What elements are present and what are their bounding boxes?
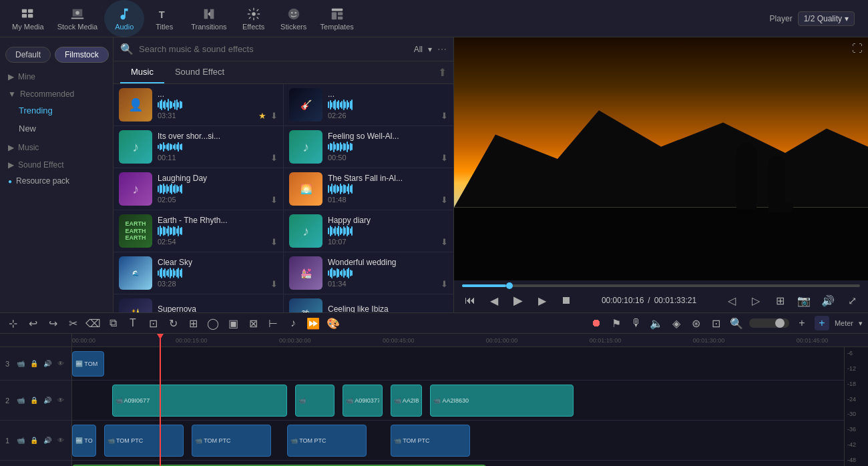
- play-btn[interactable]: ▶: [510, 292, 526, 308]
- ai-btn[interactable]: ◈: [669, 316, 684, 330]
- crop-icon[interactable]: ⊞: [772, 292, 788, 308]
- filmstock-filter-btn[interactable]: Filmstock: [55, 47, 109, 63]
- color-btn[interactable]: 🎨: [326, 316, 341, 330]
- filter-all[interactable]: All: [414, 45, 423, 54]
- track2-eye-icon[interactable]: 👁: [55, 395, 66, 406]
- frame-back-btn[interactable]: ◀: [486, 292, 502, 308]
- sidebar-item-trending[interactable]: Trending: [0, 101, 113, 120]
- download-icon[interactable]: ⬇: [441, 153, 448, 163]
- list-item[interactable]: 🌊 Clear Sky 03:28 ⬇: [114, 252, 283, 294]
- cut-btn[interactable]: ✂: [65, 316, 80, 330]
- ungroup-btn[interactable]: ⊠: [246, 316, 260, 330]
- default-filter-btn[interactable]: Default: [5, 47, 51, 63]
- zoom-in-btn[interactable]: +: [795, 316, 809, 330]
- marker-btn[interactable]: ⚑: [609, 316, 624, 330]
- stop-btn[interactable]: ⏹: [558, 292, 574, 308]
- download-icon[interactable]: ⬇: [270, 153, 278, 163]
- prev-frame-icon[interactable]: ◁: [724, 292, 740, 308]
- track1-video-icon[interactable]: 📹: [15, 435, 26, 446]
- toolbar-effects[interactable]: Effects: [234, 4, 274, 33]
- toolbar-audio[interactable]: Audio: [104, 0, 144, 37]
- sidebar-section-mine[interactable]: ▶ Mine: [0, 67, 113, 84]
- rotate-btn[interactable]: ↻: [166, 316, 180, 330]
- star-icon[interactable]: ★: [258, 111, 266, 121]
- list-item[interactable]: ✨ Supernova: [114, 294, 283, 312]
- track3-video-icon[interactable]: 📹: [15, 359, 26, 369]
- speed-btn[interactable]: ⏩: [306, 316, 320, 330]
- voice-btn[interactable]: 🔈: [649, 316, 664, 330]
- screenshot-icon[interactable]: 📷: [796, 292, 812, 308]
- delete-btn[interactable]: ⌫: [85, 316, 100, 330]
- toolbar-titles[interactable]: T Titles: [144, 4, 184, 33]
- tab-music[interactable]: Music: [120, 61, 164, 83]
- list-item[interactable]: EARTHEARTHEARTH Earth - The Rhyth... 02:…: [114, 210, 283, 252]
- text-btn[interactable]: T: [126, 316, 140, 330]
- list-item[interactable]: ♪ Feeling so Well-Al... 00:50 ⬇: [284, 126, 453, 168]
- track2-lock-icon[interactable]: 🔒: [29, 395, 39, 406]
- mic-btn[interactable]: 🎙: [629, 316, 644, 330]
- sidebar-section-recommended[interactable]: ▼ Recommended: [0, 84, 113, 101]
- crop-btn[interactable]: ⊞: [186, 316, 200, 330]
- player-expand-icon[interactable]: ⛶: [852, 43, 863, 55]
- zoom-slider[interactable]: [749, 318, 789, 328]
- sidebar-section-music[interactable]: ▶ Music: [0, 138, 113, 155]
- list-item[interactable]: 🏝 Ceeling like Ibiza: [284, 294, 453, 312]
- clip-track2-3[interactable]: 📹 A09I0377: [343, 385, 383, 417]
- redo-btn[interactable]: ↪: [45, 316, 60, 330]
- add-track-btn[interactable]: +: [815, 316, 829, 330]
- clip-track2-1[interactable]: 📹 A09I0677: [112, 385, 287, 417]
- tab-sound-effect[interactable]: Sound Effect: [164, 61, 235, 83]
- clip-track1-3[interactable]: 📹 TOM PTC: [287, 425, 367, 457]
- timeline-handle[interactable]: [506, 282, 513, 289]
- clip-track3[interactable]: 🔤 TOM: [72, 351, 104, 377]
- search-input[interactable]: [139, 44, 409, 54]
- track1-eye-icon[interactable]: 👁: [55, 435, 66, 446]
- list-item[interactable]: ♪ Happy diary 10:07 ⬇: [284, 210, 453, 252]
- transform-btn[interactable]: ⊡: [146, 316, 160, 330]
- zoom-out-btn[interactable]: 🔍: [729, 316, 744, 330]
- player-timeline[interactable]: [462, 284, 860, 287]
- toolbar-stock-media[interactable]: Stock Media: [51, 4, 105, 33]
- download-icon[interactable]: ⬇: [270, 279, 278, 289]
- track1-lock-icon[interactable]: 🔒: [29, 435, 39, 446]
- download-icon[interactable]: ⬇: [441, 279, 448, 289]
- list-item[interactable]: ♪ Its over shor...si... 00:11 ⬇: [114, 126, 283, 168]
- download-icon[interactable]: ⬇: [441, 195, 448, 205]
- toolbar-transitions[interactable]: Transitions: [184, 4, 233, 33]
- clip-track2-2[interactable]: 📹: [295, 385, 335, 417]
- clip-track1-0[interactable]: 🔤 TOM: [72, 425, 96, 457]
- toolbar-templates[interactable]: Templates: [314, 4, 361, 33]
- track2-video-icon[interactable]: 📹: [15, 395, 26, 406]
- list-item[interactable]: 🌅 The Stars Fall in-Al... 01:48 ⬇: [284, 168, 453, 210]
- clip-track2-5[interactable]: 📹 AA2I8630: [430, 385, 574, 417]
- toolbar-my-media[interactable]: My Media: [5, 4, 51, 33]
- next-frame-icon[interactable]: ▷: [748, 292, 764, 308]
- clip-track1-2[interactable]: 📹 TOM PTC: [192, 425, 271, 457]
- volume-icon[interactable]: 🔊: [820, 292, 836, 308]
- more-options-icon[interactable]: ⋯: [437, 44, 447, 55]
- filter-dropdown-icon[interactable]: ▾: [428, 45, 432, 54]
- sticker-btn[interactable]: ⊡: [709, 316, 724, 330]
- track3-audio-icon[interactable]: 🔊: [42, 359, 53, 369]
- fullscreen-icon[interactable]: ⤢: [844, 292, 860, 308]
- download-icon[interactable]: ⬇: [441, 237, 448, 247]
- quality-selector[interactable]: 1/2 Quality ▾: [798, 11, 855, 26]
- list-item[interactable]: ♪ Laughing Day 02:05 ⬇: [114, 168, 283, 210]
- scroll-up-icon[interactable]: ⬆: [438, 66, 447, 79]
- sidebar-item-new[interactable]: New: [0, 120, 113, 138]
- copy-btn[interactable]: ⧉: [105, 316, 120, 330]
- group-btn[interactable]: ▣: [226, 316, 240, 330]
- frame-fwd-btn[interactable]: ▶: [534, 292, 550, 308]
- skip-back-btn[interactable]: ⏮: [462, 292, 478, 308]
- list-item[interactable]: 🎸 ... 02:26 ⬇: [284, 84, 453, 126]
- audio-btn[interactable]: ♪: [286, 316, 300, 330]
- list-item[interactable]: 👤 ... 03:31 ★: [114, 84, 283, 126]
- clip-track1-4[interactable]: 📹 TOM PTC: [391, 425, 470, 457]
- toolbar-stickers[interactable]: Stickers: [274, 4, 314, 33]
- playhead[interactable]: [160, 334, 161, 466]
- download-icon[interactable]: ⬇: [270, 195, 278, 205]
- download-icon[interactable]: ⬇: [270, 237, 278, 247]
- undo-btn[interactable]: ↩: [25, 316, 40, 330]
- effect-btn[interactable]: ⊛: [689, 316, 704, 330]
- track3-lock-icon[interactable]: 🔒: [29, 359, 39, 369]
